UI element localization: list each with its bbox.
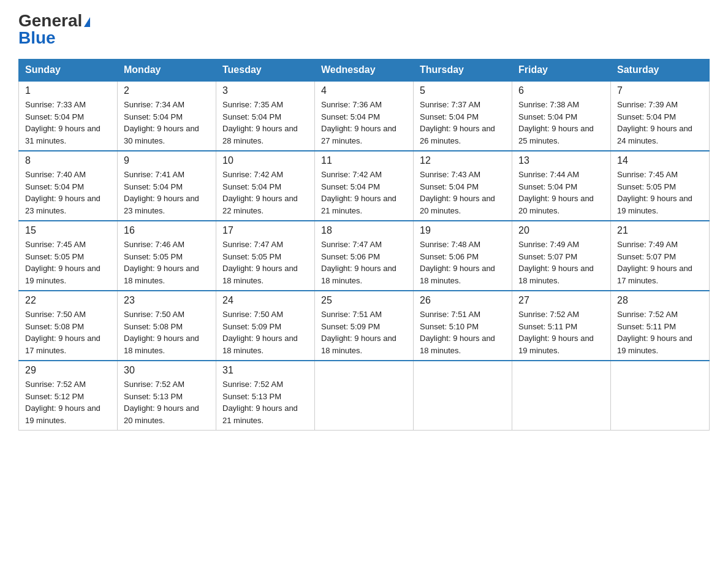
calendar-cell: 1Sunrise: 7:33 AMSunset: 5:04 PMDaylight… (19, 81, 118, 151)
day-info: Sunrise: 7:50 AMSunset: 5:08 PMDaylight:… (124, 308, 210, 356)
calendar-cell: 30Sunrise: 7:52 AMSunset: 5:13 PMDayligh… (118, 361, 216, 431)
calendar-cell: 29Sunrise: 7:52 AMSunset: 5:12 PMDayligh… (19, 361, 118, 431)
calendar-cell: 26Sunrise: 7:51 AMSunset: 5:10 PMDayligh… (414, 291, 512, 361)
day-number: 29 (25, 365, 111, 376)
day-number: 10 (222, 155, 308, 166)
logo-triangle-icon (84, 17, 90, 27)
day-info: Sunrise: 7:34 AMSunset: 5:04 PMDaylight:… (124, 99, 210, 147)
calendar-cell: 9Sunrise: 7:41 AMSunset: 5:04 PMDaylight… (118, 151, 216, 221)
calendar-cell: 27Sunrise: 7:52 AMSunset: 5:11 PMDayligh… (512, 291, 611, 361)
column-header-wednesday: Wednesday (315, 59, 414, 82)
calendar-cell: 2Sunrise: 7:34 AMSunset: 5:04 PMDaylight… (118, 81, 216, 151)
day-info: Sunrise: 7:37 AMSunset: 5:04 PMDaylight:… (420, 99, 506, 147)
day-info: Sunrise: 7:48 AMSunset: 5:06 PMDaylight:… (420, 239, 506, 286)
calendar-cell: 3Sunrise: 7:35 AMSunset: 5:04 PMDaylight… (216, 81, 315, 151)
calendar-cell: 14Sunrise: 7:45 AMSunset: 5:05 PMDayligh… (611, 151, 710, 221)
logo: General Blue (18, 12, 90, 47)
day-number: 14 (617, 155, 703, 166)
column-header-sunday: Sunday (19, 59, 118, 82)
calendar-cell: 12Sunrise: 7:43 AMSunset: 5:04 PMDayligh… (414, 151, 512, 221)
day-info: Sunrise: 7:44 AMSunset: 5:04 PMDaylight:… (518, 169, 604, 216)
day-info: Sunrise: 7:47 AMSunset: 5:05 PMDaylight:… (222, 239, 308, 286)
day-info: Sunrise: 7:52 AMSunset: 5:13 PMDaylight:… (124, 378, 210, 426)
page-header: General Blue (18, 12, 710, 47)
day-info: Sunrise: 7:35 AMSunset: 5:04 PMDaylight:… (222, 99, 308, 147)
calendar-header-row: SundayMondayTuesdayWednesdayThursdayFrid… (19, 59, 710, 82)
calendar-cell: 21Sunrise: 7:49 AMSunset: 5:07 PMDayligh… (611, 221, 710, 291)
column-header-tuesday: Tuesday (216, 59, 315, 82)
day-info: Sunrise: 7:36 AMSunset: 5:04 PMDaylight:… (321, 99, 407, 147)
calendar-cell: 15Sunrise: 7:45 AMSunset: 5:05 PMDayligh… (19, 221, 118, 291)
day-info: Sunrise: 7:52 AMSunset: 5:13 PMDaylight:… (222, 378, 308, 426)
day-info: Sunrise: 7:46 AMSunset: 5:05 PMDaylight:… (124, 239, 210, 286)
day-number: 18 (321, 225, 407, 236)
calendar-cell: 24Sunrise: 7:50 AMSunset: 5:09 PMDayligh… (216, 291, 315, 361)
day-number: 8 (25, 155, 111, 166)
calendar-cell: 31Sunrise: 7:52 AMSunset: 5:13 PMDayligh… (216, 361, 315, 431)
day-number: 11 (321, 155, 407, 166)
day-number: 20 (518, 225, 604, 236)
day-number: 31 (222, 365, 308, 376)
calendar-cell: 10Sunrise: 7:42 AMSunset: 5:04 PMDayligh… (216, 151, 315, 221)
day-number: 17 (222, 225, 308, 236)
day-number: 30 (124, 365, 210, 376)
day-number: 25 (321, 295, 407, 306)
day-info: Sunrise: 7:49 AMSunset: 5:07 PMDaylight:… (617, 239, 703, 286)
day-info: Sunrise: 7:50 AMSunset: 5:08 PMDaylight:… (25, 308, 111, 356)
day-info: Sunrise: 7:50 AMSunset: 5:09 PMDaylight:… (222, 308, 308, 356)
calendar-table: SundayMondayTuesdayWednesdayThursdayFrid… (18, 59, 710, 431)
calendar-cell: 25Sunrise: 7:51 AMSunset: 5:09 PMDayligh… (315, 291, 414, 361)
day-number: 21 (617, 225, 703, 236)
calendar-cell (315, 361, 414, 431)
day-number: 4 (321, 85, 407, 96)
day-info: Sunrise: 7:47 AMSunset: 5:06 PMDaylight:… (321, 239, 407, 286)
day-info: Sunrise: 7:45 AMSunset: 5:05 PMDaylight:… (617, 169, 703, 216)
day-info: Sunrise: 7:39 AMSunset: 5:04 PMDaylight:… (617, 99, 703, 147)
calendar-cell: 13Sunrise: 7:44 AMSunset: 5:04 PMDayligh… (512, 151, 611, 221)
day-info: Sunrise: 7:40 AMSunset: 5:04 PMDaylight:… (25, 169, 111, 216)
calendar-cell: 6Sunrise: 7:38 AMSunset: 5:04 PMDaylight… (512, 81, 611, 151)
calendar-cell: 7Sunrise: 7:39 AMSunset: 5:04 PMDaylight… (611, 81, 710, 151)
logo-general-text: General (18, 12, 82, 29)
calendar-cell (414, 361, 512, 431)
day-info: Sunrise: 7:52 AMSunset: 5:11 PMDaylight:… (518, 308, 604, 356)
column-header-saturday: Saturday (611, 59, 710, 82)
calendar-cell: 8Sunrise: 7:40 AMSunset: 5:04 PMDaylight… (19, 151, 118, 221)
day-number: 28 (617, 295, 703, 306)
day-number: 3 (222, 85, 308, 96)
calendar-week-row: 15Sunrise: 7:45 AMSunset: 5:05 PMDayligh… (19, 221, 710, 291)
day-number: 6 (518, 85, 604, 96)
day-info: Sunrise: 7:52 AMSunset: 5:11 PMDaylight:… (617, 308, 703, 356)
calendar-cell: 16Sunrise: 7:46 AMSunset: 5:05 PMDayligh… (118, 221, 216, 291)
calendar-cell: 5Sunrise: 7:37 AMSunset: 5:04 PMDaylight… (414, 81, 512, 151)
day-info: Sunrise: 7:38 AMSunset: 5:04 PMDaylight:… (518, 99, 604, 147)
column-header-friday: Friday (512, 59, 611, 82)
calendar-cell: 28Sunrise: 7:52 AMSunset: 5:11 PMDayligh… (611, 291, 710, 361)
calendar-cell: 4Sunrise: 7:36 AMSunset: 5:04 PMDaylight… (315, 81, 414, 151)
calendar-cell: 20Sunrise: 7:49 AMSunset: 5:07 PMDayligh… (512, 221, 611, 291)
day-number: 1 (25, 85, 111, 96)
day-number: 9 (124, 155, 210, 166)
column-header-monday: Monday (118, 59, 216, 82)
day-info: Sunrise: 7:45 AMSunset: 5:05 PMDaylight:… (25, 239, 111, 286)
day-number: 24 (222, 295, 308, 306)
day-info: Sunrise: 7:51 AMSunset: 5:09 PMDaylight:… (321, 308, 407, 356)
calendar-week-row: 8Sunrise: 7:40 AMSunset: 5:04 PMDaylight… (19, 151, 710, 221)
day-info: Sunrise: 7:49 AMSunset: 5:07 PMDaylight:… (518, 239, 604, 286)
day-number: 7 (617, 85, 703, 96)
day-info: Sunrise: 7:33 AMSunset: 5:04 PMDaylight:… (25, 99, 111, 147)
calendar-cell: 11Sunrise: 7:42 AMSunset: 5:04 PMDayligh… (315, 151, 414, 221)
day-number: 22 (25, 295, 111, 306)
calendar-cell (512, 361, 611, 431)
day-info: Sunrise: 7:41 AMSunset: 5:04 PMDaylight:… (124, 169, 210, 216)
day-info: Sunrise: 7:51 AMSunset: 5:10 PMDaylight:… (420, 308, 506, 356)
day-number: 5 (420, 85, 506, 96)
day-number: 19 (420, 225, 506, 236)
day-number: 12 (420, 155, 506, 166)
column-header-thursday: Thursday (414, 59, 512, 82)
calendar-cell: 18Sunrise: 7:47 AMSunset: 5:06 PMDayligh… (315, 221, 414, 291)
calendar-cell: 22Sunrise: 7:50 AMSunset: 5:08 PMDayligh… (19, 291, 118, 361)
day-number: 16 (124, 225, 210, 236)
calendar-cell: 23Sunrise: 7:50 AMSunset: 5:08 PMDayligh… (118, 291, 216, 361)
calendar-cell (611, 361, 710, 431)
